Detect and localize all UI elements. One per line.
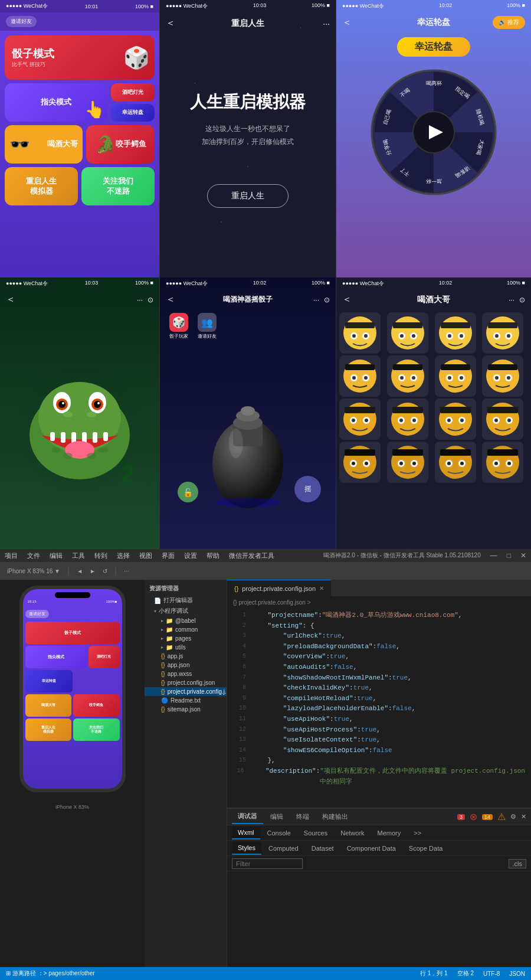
toolbar-forward-button[interactable]: ►	[87, 567, 98, 576]
devtools-close-icon[interactable]: ✕	[521, 813, 526, 821]
dice-player-icon[interactable]: 🎲 骰子玩家	[169, 313, 188, 339]
devtools-subtab-wxml[interactable]: Wxml	[232, 827, 260, 839]
devtools-subtab-more[interactable]: >>	[408, 827, 427, 839]
toolbar-more[interactable]: ···	[122, 567, 131, 576]
phone4-more-icon[interactable]: ···	[137, 296, 143, 304]
filetree-appjs[interactable]: {} app.js	[145, 652, 227, 661]
phone3-back-button[interactable]: ＜	[342, 17, 352, 29]
filetree-projectconfig[interactable]: {} project.config.json	[145, 678, 227, 687]
dmini-bar[interactable]: 酒吧灯光	[88, 646, 119, 668]
filetree-open-editor[interactable]: 📄 打开编辑器	[145, 595, 227, 606]
tab-close-button[interactable]: ✕	[319, 585, 324, 592]
phone1-battery: 100% ■	[135, 4, 153, 9]
restart-life-item[interactable]: 重启人生模拟器	[5, 167, 78, 205]
menu-goto[interactable]: 转到	[94, 551, 107, 560]
toolbar-back-button[interactable]: ◄	[74, 567, 85, 576]
dmini-croc2[interactable]: 咬手鳄鱼	[73, 694, 120, 717]
phone2-back-button[interactable]: ＜	[166, 17, 175, 30]
devtools-subtab-memory[interactable]: Memory	[372, 827, 407, 839]
shake-button[interactable]: 摇	[294, 476, 321, 502]
devtools-tab-debugger[interactable]: 调试器	[232, 809, 263, 824]
devtools-subtab-sources[interactable]: Sources	[298, 827, 333, 839]
devtools-tab-build[interactable]: 构建输出	[316, 810, 354, 824]
dmini-restart[interactable]: 重启人生模拟器	[25, 718, 72, 741]
phone5-back-button[interactable]: ＜	[166, 293, 175, 306]
bar-lights-item[interactable]: 酒吧灯光	[111, 83, 155, 102]
phone6-options-icon[interactable]: ⊙	[519, 296, 525, 304]
invite-friends-button[interactable]: 邀请好友	[6, 16, 37, 27]
inspector-tab-dataset[interactable]: Dataset	[306, 842, 340, 854]
phone4-time: 10:03	[85, 280, 99, 288]
device-invite-btn[interactable]: 邀请好友	[25, 610, 49, 618]
recommend-button[interactable]: 🔊 推荐	[493, 16, 525, 29]
filetree-appjs-label: app.js	[168, 653, 183, 659]
phone5-more-icon[interactable]: ···	[313, 296, 319, 304]
menu-interface[interactable]: 界面	[162, 551, 175, 560]
dmini-finger[interactable]: 指尖模式	[25, 646, 87, 668]
dmini-lucky2[interactable]: 幸运转盘	[25, 670, 73, 692]
dmini-maze[interactable]: 关注我们不迷路	[73, 718, 120, 741]
phone6-back-button[interactable]: ＜	[342, 293, 352, 306]
menu-help[interactable]: 帮助	[206, 551, 219, 560]
phone2-more-button[interactable]: ···	[323, 19, 330, 28]
filetree-appjson[interactable]: {} app.json	[145, 661, 227, 669]
devtools-tab-editor[interactable]: 编辑	[264, 810, 289, 824]
filetree-projectprivate[interactable]: {} project.private.config.j...	[145, 687, 227, 696]
menu-view[interactable]: 视图	[139, 551, 152, 560]
menu-file[interactable]: 文件	[27, 551, 40, 560]
devtools-settings-icon[interactable]: ⚙	[510, 813, 516, 821]
phone3-lucky: ●●●●● WeChat令 10:02 100% ■ ＜ 幸运轮盘 🔊 推荐 幸…	[336, 0, 531, 277]
ide-maximize-button[interactable]: □	[507, 551, 511, 560]
filetree-miniapp-debug[interactable]: ▾ 小程序调试	[145, 606, 227, 616]
toolbar-refresh-button[interactable]: ↺	[100, 567, 110, 576]
filetree-sitemap[interactable]: {} sitemap.json	[145, 705, 227, 714]
finger-mode-item[interactable]: 指尖模式 👆	[5, 83, 107, 122]
inspector-tab-scope[interactable]: Scope Data	[403, 842, 448, 854]
lucky-wheel-small-item[interactable]: 幸运转盘	[111, 104, 155, 122]
svg-point-20	[58, 401, 65, 408]
ide-active-tab[interactable]: {} project.private.config.json ✕	[227, 580, 331, 596]
toolbar-device-selector[interactable]: iPhone X 83% 16 ▼	[5, 567, 63, 576]
filetree-readme[interactable]: 🔵 Readme.txt	[145, 696, 227, 705]
filetree-utils[interactable]: ▸ 📁 utils	[145, 643, 227, 652]
dice-mode-item[interactable]: 骰子模式 比手气 拼技巧 🎲	[5, 35, 155, 80]
drink-boss-item[interactable]: 🕶️ 喝酒大哥	[5, 125, 83, 164]
filetree-pages[interactable]: ▸ 📁 pages	[145, 634, 227, 643]
filetree-babel[interactable]: ▸ 📁 @babel	[145, 616, 227, 625]
ide-minimize-button[interactable]: —	[490, 551, 497, 560]
follow-maze-item[interactable]: 关注我们不迷路	[81, 167, 155, 205]
devtools-subtab-network[interactable]: Network	[335, 827, 370, 839]
ide-close-button[interactable]: ✕	[520, 551, 526, 560]
phone6-more-icon[interactable]: ···	[509, 296, 514, 304]
devtools-tab-terminal[interactable]: 终端	[290, 810, 315, 824]
menu-project[interactable]: 项目	[5, 551, 18, 560]
filetree-common[interactable]: ▸ 📁 common	[145, 625, 227, 634]
lucky-title-bar: 幸运轮盘	[336, 32, 531, 61]
invite-icon[interactable]: 👥 邀请好友	[198, 313, 217, 339]
phone5-options-icon[interactable]: ⊙	[324, 296, 330, 304]
dmini-drink[interactable]: 喝酒大哥	[25, 694, 72, 717]
devtools-subtab-console[interactable]: Console	[261, 827, 297, 839]
phone4-options-icon[interactable]: ⊙	[148, 296, 153, 304]
inspector-tab-component[interactable]: Component Data	[341, 842, 402, 854]
ide-code-editor[interactable]: 1 "projectname": "喝酒神器2.0_草乌坊游戏www.cniao…	[227, 608, 531, 808]
filter-input[interactable]	[232, 858, 303, 869]
line-number: 1	[232, 610, 246, 621]
menu-settings[interactable]: 设置	[184, 551, 197, 560]
svg-rect-29	[103, 432, 108, 441]
restart-button[interactable]: 重启人生	[207, 184, 289, 208]
croc-fish-item[interactable]: 🐊 咬手鳄鱼	[86, 125, 155, 164]
dmini-dice[interactable]: 骰子模式	[25, 622, 120, 644]
menu-edit[interactable]: 编辑	[50, 551, 63, 560]
phone4-back-button[interactable]: ＜	[6, 293, 15, 306]
inspector-tab-styles[interactable]: Styles	[232, 842, 261, 855]
croc-game-area[interactable]: 2	[0, 309, 159, 548]
inspector-tab-computed[interactable]: Computed	[263, 842, 304, 854]
lucky-wheel-svg[interactable]: 自己喝 不喝 喝两杯 指定喝 随机喝 大家喝 请客喝 加一杯 干了 分享喝	[369, 67, 499, 197]
menu-devtools[interactable]: 微信开发者工具	[229, 551, 274, 560]
menu-tools[interactable]: 工具	[72, 551, 85, 560]
cls-button[interactable]: .cls	[509, 859, 527, 868]
lock-button[interactable]: 🔓	[178, 482, 198, 502]
menu-select[interactable]: 选择	[117, 551, 130, 560]
filetree-appwxss[interactable]: {} app.wxss	[145, 669, 227, 678]
